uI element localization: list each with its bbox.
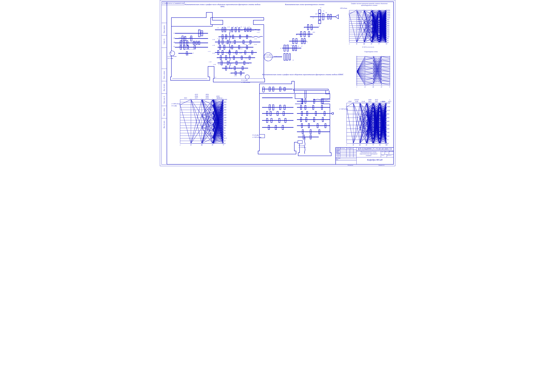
proj-motor-rpm: n=1450 об/мин bbox=[265, 56, 274, 58]
svg-point-1724 bbox=[353, 143, 354, 144]
svg-point-865 bbox=[365, 80, 365, 80]
z-label: z=18 bbox=[197, 41, 199, 43]
svg-point-909 bbox=[389, 63, 390, 64]
svg-point-1174 bbox=[223, 107, 224, 108]
svg-point-845 bbox=[356, 76, 357, 77]
svg-text:400: 400 bbox=[224, 109, 226, 111]
svg-text:80: 80 bbox=[224, 127, 226, 129]
svg-point-863 bbox=[365, 76, 365, 77]
svg-text:200: 200 bbox=[387, 30, 389, 32]
svg-point-1769 bbox=[386, 132, 387, 133]
z: z=36 bbox=[230, 68, 232, 70]
svg-point-1722 bbox=[346, 106, 347, 107]
pg: M₁ bbox=[326, 12, 327, 14]
svg-text:VI: VI bbox=[379, 144, 380, 146]
svg-point-876 bbox=[373, 68, 373, 68]
tbr: Разраб. bbox=[336, 150, 340, 151]
svg-line-749 bbox=[381, 80, 389, 82]
svg-point-648 bbox=[386, 21, 387, 22]
svg-point-849 bbox=[356, 83, 357, 84]
svg-point-635 bbox=[378, 29, 380, 30]
svg-point-1171 bbox=[223, 99, 224, 100]
svg-text:I: I bbox=[346, 144, 347, 146]
pg: 34 bbox=[292, 59, 294, 61]
svg-text:80: 80 bbox=[387, 38, 389, 39]
tb-n2: горизонтально-фрезерных bbox=[357, 153, 380, 155]
svg-point-895 bbox=[381, 70, 382, 70]
svg-text:500: 500 bbox=[387, 23, 389, 24]
z: z=18 bbox=[254, 44, 257, 45]
svg-line-739 bbox=[381, 63, 389, 65]
svg-line-154 bbox=[349, 14, 357, 42]
z-label: z=64 bbox=[179, 37, 181, 38]
z: 63 bbox=[240, 75, 241, 77]
svg-point-640 bbox=[378, 40, 380, 41]
svg-point-1732 bbox=[366, 121, 367, 122]
scheme-6p80g bbox=[252, 77, 335, 159]
svg-text:1000: 1000 bbox=[224, 99, 227, 100]
z-label: z=18 bbox=[186, 54, 189, 56]
svg-point-1182 bbox=[223, 127, 224, 129]
svg-point-618 bbox=[371, 10, 372, 11]
svg-point-1157 bbox=[190, 99, 191, 100]
svg-point-917 bbox=[389, 76, 390, 77]
tbcr: Масштаб bbox=[389, 151, 394, 152]
svg-point-626 bbox=[378, 10, 380, 11]
z-label: z=46 bbox=[183, 41, 185, 43]
svg-text:V: V bbox=[378, 43, 380, 45]
svg-point-1757 bbox=[379, 132, 380, 133]
pg: 51 bbox=[291, 45, 292, 46]
svg-text:800: 800 bbox=[224, 101, 226, 103]
svg-point-1767 bbox=[386, 125, 387, 126]
svg-point-1756 bbox=[379, 128, 380, 129]
svg-text:29/61: 29/61 bbox=[375, 101, 378, 102]
svg-text:1800: 1800 bbox=[387, 106, 390, 108]
svg-text:II: II bbox=[190, 144, 192, 146]
svg-point-1735 bbox=[366, 136, 367, 137]
svg-point-1740 bbox=[372, 114, 374, 115]
tbc: Изм bbox=[336, 148, 338, 149]
svg-line-1296 bbox=[347, 103, 353, 107]
svg-point-621 bbox=[371, 23, 372, 24]
svg-point-1729 bbox=[366, 102, 367, 103]
svg-point-1765 bbox=[386, 117, 387, 118]
svg-point-1187 bbox=[223, 140, 224, 141]
c1-in-pw: N=3 кВт bbox=[172, 105, 177, 107]
svg-point-893 bbox=[381, 66, 382, 67]
svg-line-730 bbox=[365, 78, 373, 80]
svg-line-731 bbox=[365, 82, 373, 83]
svg-point-905 bbox=[389, 56, 390, 57]
svg-point-622 bbox=[371, 29, 372, 30]
pg: 58 bbox=[303, 41, 304, 43]
svg-point-1176 bbox=[223, 112, 224, 113]
svg-point-1746 bbox=[372, 136, 374, 137]
svg-point-1175 bbox=[223, 109, 224, 110]
svg-point-885 bbox=[373, 83, 373, 84]
svg-text:34:61: 34:61 bbox=[357, 21, 360, 22]
svg-text:800: 800 bbox=[387, 113, 389, 115]
svg-point-1169 bbox=[212, 138, 213, 139]
svg-text:125: 125 bbox=[387, 34, 389, 36]
pg: 58 bbox=[307, 41, 308, 43]
svg-point-650 bbox=[386, 25, 387, 26]
svg-point-847 bbox=[356, 80, 357, 80]
motor-m1-pw: N=3 кВт bbox=[168, 58, 173, 59]
svg-text:1: 1 bbox=[389, 99, 390, 101]
svg-text:250: 250 bbox=[224, 114, 226, 116]
svg-point-878 bbox=[373, 71, 373, 72]
chart-proj-rpm: IIIIIIIVVVI25002000160012501000800630500… bbox=[346, 7, 394, 45]
svg-point-1748 bbox=[372, 143, 374, 144]
svg-text:315: 315 bbox=[387, 26, 389, 28]
svg-text:III: III bbox=[359, 144, 361, 146]
svg-text:18:72: 18:72 bbox=[357, 27, 360, 28]
pg: 18 bbox=[319, 23, 320, 24]
svg-text:26/22: 26/22 bbox=[375, 99, 378, 101]
z: z=26 bbox=[246, 63, 249, 64]
svg-point-1184 bbox=[223, 133, 224, 134]
svg-point-1749 bbox=[379, 102, 380, 103]
z-label: z=72 bbox=[198, 29, 201, 31]
z: z=40 bbox=[212, 45, 215, 46]
svg-text:52/48: 52/48 bbox=[355, 101, 358, 102]
svg-point-1760 bbox=[379, 143, 380, 144]
pg: 4050 bbox=[313, 32, 315, 33]
